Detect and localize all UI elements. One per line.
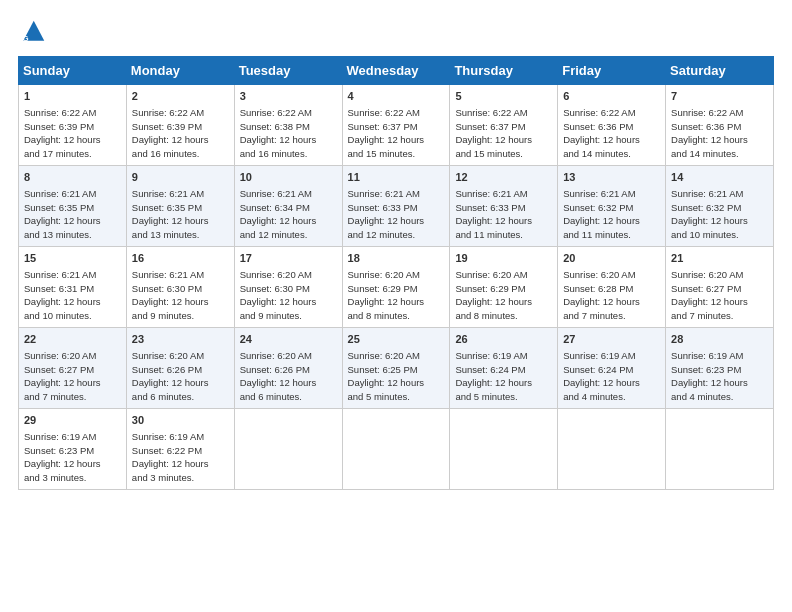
day-number: 28: [671, 332, 769, 348]
day-number: 29: [24, 413, 122, 429]
day-info-line: Sunrise: 6:22 AM: [563, 106, 661, 120]
cell-week4-day4: 26Sunrise: 6:19 AMSunset: 6:24 PMDayligh…: [450, 328, 558, 409]
day-info-line: Sunrise: 6:21 AM: [455, 187, 553, 201]
day-info-line: Sunset: 6:37 PM: [348, 120, 446, 134]
day-info-line: and 3 minutes.: [132, 471, 230, 485]
day-number: 15: [24, 251, 122, 267]
col-header-tuesday: Tuesday: [234, 57, 342, 85]
cell-week4-day1: 23Sunrise: 6:20 AMSunset: 6:26 PMDayligh…: [126, 328, 234, 409]
day-info-line: Sunset: 6:38 PM: [240, 120, 338, 134]
day-info-line: and 11 minutes.: [455, 228, 553, 242]
day-info-line: Daylight: 12 hours: [240, 133, 338, 147]
day-info-line: Sunset: 6:39 PM: [132, 120, 230, 134]
svg-text:G: G: [22, 34, 28, 43]
day-info-line: and 13 minutes.: [24, 228, 122, 242]
cell-week1-day2: 3Sunrise: 6:22 AMSunset: 6:38 PMDaylight…: [234, 85, 342, 166]
cell-week2-day1: 9Sunrise: 6:21 AMSunset: 6:35 PMDaylight…: [126, 166, 234, 247]
cell-week4-day2: 24Sunrise: 6:20 AMSunset: 6:26 PMDayligh…: [234, 328, 342, 409]
day-info-line: Daylight: 12 hours: [240, 295, 338, 309]
day-number: 3: [240, 89, 338, 105]
day-number: 5: [455, 89, 553, 105]
day-number: 9: [132, 170, 230, 186]
day-info-line: Sunset: 6:32 PM: [563, 201, 661, 215]
day-info-line: Daylight: 12 hours: [455, 133, 553, 147]
day-info-line: Sunset: 6:34 PM: [240, 201, 338, 215]
cell-week1-day1: 2Sunrise: 6:22 AMSunset: 6:39 PMDaylight…: [126, 85, 234, 166]
col-header-wednesday: Wednesday: [342, 57, 450, 85]
col-header-saturday: Saturday: [666, 57, 774, 85]
day-info-line: and 9 minutes.: [132, 309, 230, 323]
day-info-line: Sunrise: 6:20 AM: [455, 268, 553, 282]
cell-week2-day5: 13Sunrise: 6:21 AMSunset: 6:32 PMDayligh…: [558, 166, 666, 247]
cell-week1-day5: 6Sunrise: 6:22 AMSunset: 6:36 PMDaylight…: [558, 85, 666, 166]
day-number: 16: [132, 251, 230, 267]
day-number: 25: [348, 332, 446, 348]
day-info-line: Daylight: 12 hours: [24, 214, 122, 228]
day-info-line: Sunset: 6:30 PM: [132, 282, 230, 296]
day-info-line: Sunrise: 6:19 AM: [455, 349, 553, 363]
day-info-line: Sunset: 6:37 PM: [455, 120, 553, 134]
day-info-line: Sunrise: 6:21 AM: [563, 187, 661, 201]
day-info-line: Daylight: 12 hours: [671, 214, 769, 228]
day-info-line: Sunset: 6:35 PM: [24, 201, 122, 215]
col-header-friday: Friday: [558, 57, 666, 85]
day-info-line: and 5 minutes.: [348, 390, 446, 404]
day-info-line: Daylight: 12 hours: [563, 295, 661, 309]
day-number: 2: [132, 89, 230, 105]
day-number: 6: [563, 89, 661, 105]
day-info-line: and 16 minutes.: [240, 147, 338, 161]
day-info-line: and 7 minutes.: [563, 309, 661, 323]
day-info-line: Sunrise: 6:22 AM: [240, 106, 338, 120]
cell-week3-day3: 18Sunrise: 6:20 AMSunset: 6:29 PMDayligh…: [342, 247, 450, 328]
cell-week3-day5: 20Sunrise: 6:20 AMSunset: 6:28 PMDayligh…: [558, 247, 666, 328]
day-number: 27: [563, 332, 661, 348]
day-info-line: Daylight: 12 hours: [24, 133, 122, 147]
day-info-line: and 7 minutes.: [24, 390, 122, 404]
week-row-3: 15Sunrise: 6:21 AMSunset: 6:31 PMDayligh…: [19, 247, 774, 328]
day-info-line: Sunset: 6:29 PM: [455, 282, 553, 296]
day-number: 24: [240, 332, 338, 348]
day-info-line: Sunrise: 6:21 AM: [348, 187, 446, 201]
day-info-line: Sunset: 6:36 PM: [671, 120, 769, 134]
day-info-line: Sunset: 6:33 PM: [348, 201, 446, 215]
cell-week5-day2: [234, 409, 342, 490]
day-info-line: and 8 minutes.: [348, 309, 446, 323]
day-info-line: Daylight: 12 hours: [671, 133, 769, 147]
cell-week3-day2: 17Sunrise: 6:20 AMSunset: 6:30 PMDayligh…: [234, 247, 342, 328]
day-info-line: Sunrise: 6:21 AM: [24, 187, 122, 201]
cell-week1-day6: 7Sunrise: 6:22 AMSunset: 6:36 PMDaylight…: [666, 85, 774, 166]
day-info-line: and 7 minutes.: [671, 309, 769, 323]
day-info-line: Daylight: 12 hours: [563, 376, 661, 390]
day-info-line: and 3 minutes.: [24, 471, 122, 485]
day-info-line: Sunrise: 6:22 AM: [671, 106, 769, 120]
day-info-line: Daylight: 12 hours: [132, 376, 230, 390]
day-info-line: Sunrise: 6:20 AM: [348, 349, 446, 363]
cell-week5-day6: [666, 409, 774, 490]
day-info-line: Sunset: 6:27 PM: [24, 363, 122, 377]
day-number: 12: [455, 170, 553, 186]
day-info-line: Sunset: 6:23 PM: [24, 444, 122, 458]
day-info-line: Daylight: 12 hours: [132, 133, 230, 147]
day-info-line: Sunset: 6:26 PM: [240, 363, 338, 377]
day-info-line: Daylight: 12 hours: [24, 295, 122, 309]
day-number: 23: [132, 332, 230, 348]
day-info-line: Daylight: 12 hours: [348, 295, 446, 309]
day-info-line: Sunset: 6:24 PM: [455, 363, 553, 377]
day-info-line: Sunrise: 6:19 AM: [24, 430, 122, 444]
day-info-line: Sunrise: 6:22 AM: [455, 106, 553, 120]
cell-week1-day0: 1Sunrise: 6:22 AMSunset: 6:39 PMDaylight…: [19, 85, 127, 166]
day-info-line: Daylight: 12 hours: [240, 214, 338, 228]
logo-icon: G: [18, 18, 46, 46]
page: G SundayMondayTuesdayWednesdayThursdayFr…: [0, 0, 792, 612]
day-number: 4: [348, 89, 446, 105]
day-info-line: Sunset: 6:39 PM: [24, 120, 122, 134]
day-info-line: Daylight: 12 hours: [563, 133, 661, 147]
day-info-line: Sunrise: 6:22 AM: [132, 106, 230, 120]
day-number: 7: [671, 89, 769, 105]
col-header-sunday: Sunday: [19, 57, 127, 85]
header: G: [18, 18, 774, 46]
day-info-line: and 15 minutes.: [348, 147, 446, 161]
calendar-header: SundayMondayTuesdayWednesdayThursdayFrid…: [19, 57, 774, 85]
day-info-line: Sunrise: 6:20 AM: [348, 268, 446, 282]
day-info-line: Sunrise: 6:21 AM: [24, 268, 122, 282]
